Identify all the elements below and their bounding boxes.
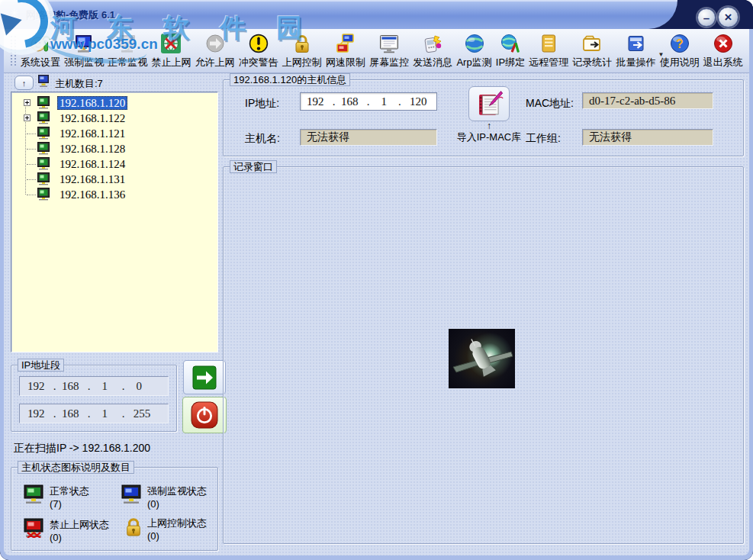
arrow-allow-icon (204, 33, 226, 54)
toolbar-button-remote-manage[interactable]: 远程管理 (529, 33, 568, 72)
expand-icon[interactable] (24, 99, 31, 106)
up-arrow-icon: ↑ (22, 79, 27, 88)
toolbar-button-normal-monitor[interactable]: 正常监视 (108, 33, 147, 72)
status-label: 强制监视状态 (147, 484, 207, 497)
toolbar-button-batch-operations[interactable]: 批量操作 ▼ (616, 33, 656, 72)
host-tree[interactable]: 192.168.1.120 192.168.1.122 192.168.1.12… (11, 92, 218, 352)
screen-monitor-icon (378, 33, 400, 54)
close-icon: × (725, 11, 732, 24)
tree-item[interactable]: 192.168.1.122 (13, 111, 216, 126)
close-button[interactable]: × (718, 7, 739, 27)
window-title: 网络智豹-免费版 6.1 (26, 8, 115, 22)
tree-item-label: 192.168.1.128 (57, 142, 127, 156)
document-icon (538, 33, 559, 54)
status-count: (0) (50, 531, 109, 544)
globe-tools-icon (500, 33, 521, 54)
help-icon (669, 33, 690, 54)
toolbar-label: 系统设置 (21, 56, 60, 69)
toolbar-label: 禁止上网 (151, 56, 191, 69)
status-legend-title: 主机状态图标说明及数目 (18, 461, 134, 474)
expand-icon[interactable] (24, 114, 31, 121)
toolbar-label: IP绑定 (496, 56, 525, 69)
status-legend-group: 主机状态图标说明及数目 正常状态 (7) 强制监视状态 (0) 禁止上网状态 (… (11, 467, 218, 551)
toolbar-button-exit[interactable]: 退出系统 (703, 33, 743, 72)
toolbar-button-screen-monitor[interactable]: 屏幕监控 (369, 33, 409, 72)
toolbar-button-arp-monitor[interactable]: Arp监测 (456, 33, 491, 72)
ip-input[interactable]: 192 . 168 . 1 . 120 (300, 92, 437, 111)
tree-item-label: 192.168.1.131 (57, 172, 127, 186)
toolbar-gripper[interactable] (11, 36, 12, 66)
toolbar-label: 冲突警告 (239, 56, 278, 69)
minimize-button[interactable]: – (697, 8, 716, 27)
tree-connector (27, 134, 36, 134)
start-scan-button[interactable] (183, 360, 226, 394)
toolbar-button-send-message[interactable]: 发送消息 (413, 33, 452, 72)
green-arrow-icon (192, 365, 217, 390)
tree-item[interactable]: 192.168.1.136 (13, 187, 216, 202)
send-message-icon (422, 33, 443, 54)
toolbar: 系统设置 强制监视 正常监视 禁止上网 允许上网 冲突警告 上网控制 网速限制 (4, 29, 749, 73)
tree-item[interactable]: 192.168.1.131 (13, 172, 216, 187)
status-count: (0) (147, 497, 207, 510)
toolbar-label: 屏幕监控 (369, 56, 409, 69)
satellite-image (449, 329, 515, 388)
speed-limit-icon (335, 33, 356, 54)
import-ip-mac-control: ↑ 导入IP-MAC库 (451, 86, 527, 143)
ip-range-end-input[interactable]: 192 . 168 . 1 . 255 (19, 404, 169, 423)
minimize-icon: – (703, 12, 710, 24)
batch-icon (626, 33, 647, 54)
title-bar: ✳ 网络智豹-免费版 6.1 – × (0, 0, 753, 29)
tree-connector (27, 179, 36, 180)
toolbar-button-speed-limit[interactable]: 网速限制 (326, 33, 365, 72)
import-button-label: 导入IP-MAC库 (451, 131, 527, 143)
tree-item[interactable]: 192.168.1.121 (13, 126, 216, 141)
monitor-green-icon (24, 484, 45, 504)
toolbar-label: 发送消息 (413, 56, 452, 69)
host-monitor-icon (37, 172, 50, 185)
monitor-blue-icon (121, 484, 143, 504)
host-monitor-icon (37, 188, 50, 201)
status-label: 上网控制状态 (147, 517, 207, 529)
ip-range-start-input[interactable]: 192 . 168 . 1 . 0 (19, 376, 169, 396)
status-label: 正常状态 (50, 484, 89, 497)
tree-item[interactable]: 192.168.1.128 (13, 141, 216, 156)
toolbar-button-help[interactable]: 使用说明 (660, 33, 700, 72)
tree-item[interactable]: 192.168.1.124 (13, 156, 216, 172)
toolbar-button-block-internet[interactable]: 禁止上网 (151, 33, 191, 72)
mac-field[interactable]: d0-17-c2-ab-d5-86 (582, 92, 713, 109)
status-count: (7) (50, 497, 89, 510)
stop-scan-button[interactable] (182, 397, 227, 433)
ip-range-legend: IP地址段 (18, 359, 64, 372)
workgroup-field[interactable]: 无法获得 (582, 129, 713, 146)
toolbar-button-ip-binding[interactable]: IP绑定 (496, 33, 525, 72)
toolbar-button-allow-internet[interactable]: 允许上网 (195, 33, 235, 72)
tree-item-label: 192.168.1.121 (57, 127, 127, 140)
scroll-up-button[interactable]: ↑ (14, 76, 34, 90)
toolbar-label: 记录统计 (572, 56, 612, 69)
toolbar-button-force-monitor[interactable]: 强制监视 (64, 33, 104, 72)
status-count: (0) (147, 529, 207, 542)
toolbar-button-system-settings[interactable]: 系统设置 (21, 33, 60, 72)
tree-item-label: 192.168.1.136 (57, 188, 127, 201)
status-legend-item: 正常状态 (7) (24, 484, 89, 510)
toolbar-button-conflict-alert[interactable]: 冲突警告 (239, 33, 278, 72)
stop-power-icon (191, 401, 218, 429)
toolbar-button-internet-control[interactable]: 上网控制 (282, 33, 322, 72)
monitor-blue-icon (73, 33, 95, 54)
settings-icon (30, 33, 51, 54)
folder-arrow-icon (581, 33, 603, 54)
toolbar-gripper[interactable] (14, 36, 16, 66)
tree-item[interactable]: 192.168.1.120 (13, 95, 216, 111)
tree-item-label: 192.168.1.120 (57, 96, 127, 110)
hostname-field[interactable]: 无法获得 (300, 129, 437, 146)
toolbar-label: 退出系统 (703, 56, 743, 69)
toolbar-button-record-stats[interactable]: 记录统计 (572, 33, 612, 72)
toolbar-label: 强制监视 (64, 56, 104, 69)
host-monitor-icon (37, 127, 50, 140)
toolbar-label: 允许上网 (195, 56, 235, 69)
globe-block-icon (160, 33, 182, 54)
workgroup-label: 工作组: (526, 132, 561, 146)
toolbar-label: 使用说明 (660, 56, 700, 69)
import-ip-mac-button[interactable] (468, 86, 510, 121)
status-legend-item: 禁止上网状态 (0) (24, 518, 109, 544)
